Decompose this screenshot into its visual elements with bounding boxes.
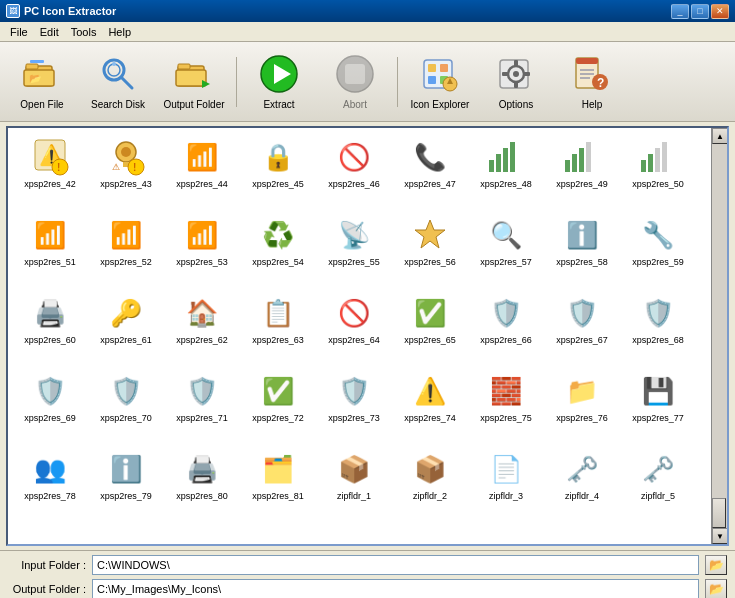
scroll-down-button[interactable]: ▼ xyxy=(712,528,728,544)
icon-item[interactable]: 🚫xpsp2res_46 xyxy=(316,132,392,210)
icon-item[interactable]: 📁xpsp2res_76 xyxy=(544,366,620,444)
extract-icon xyxy=(258,53,300,95)
icon-item[interactable]: xpsp2res_56 xyxy=(392,210,468,288)
icon-visual: 🖨️ xyxy=(30,293,70,333)
icon-item[interactable]: 🖨️xpsp2res_80 xyxy=(164,444,240,522)
menu-bar: File Edit Tools Help xyxy=(0,22,735,42)
icon-item[interactable]: ♻️xpsp2res_54 xyxy=(240,210,316,288)
open-file-icon: 📂 xyxy=(21,53,63,95)
icon-item[interactable]: ⚠️xpsp2res_74 xyxy=(392,366,468,444)
icon-item[interactable]: 🔧xpsp2res_59 xyxy=(620,210,696,288)
menu-edit[interactable]: Edit xyxy=(34,25,65,39)
icon-visual: 📦 xyxy=(410,449,450,489)
icon-visual: ℹ️ xyxy=(562,215,602,255)
icon-item[interactable]: 📶xpsp2res_44 xyxy=(164,132,240,210)
icon-visual: ✅ xyxy=(410,293,450,333)
icon-explorer-button[interactable]: Icon Explorer xyxy=(404,47,476,117)
icon-item[interactable]: ✅xpsp2res_72 xyxy=(240,366,316,444)
icon-label: xpsp2res_55 xyxy=(328,257,380,268)
icon-item[interactable]: 🏠xpsp2res_62 xyxy=(164,288,240,366)
icon-item[interactable]: 🔑xpsp2res_61 xyxy=(88,288,164,366)
minimize-button[interactable]: _ xyxy=(671,4,689,19)
icon-item[interactable]: 🖨️xpsp2res_60 xyxy=(12,288,88,366)
icon-item[interactable]: 📶xpsp2res_52 xyxy=(88,210,164,288)
svg-text:⚠: ⚠ xyxy=(112,162,120,172)
icon-item[interactable]: ⚠!xpsp2res_43 xyxy=(88,132,164,210)
icon-item[interactable]: 📄zipfldr_3 xyxy=(468,444,544,522)
icon-item[interactable]: ⚠️!xpsp2res_42 xyxy=(12,132,88,210)
menu-file[interactable]: File xyxy=(4,25,34,39)
menu-tools[interactable]: Tools xyxy=(65,25,103,39)
icon-item[interactable]: xpsp2res_50 xyxy=(620,132,696,210)
maximize-button[interactable]: □ xyxy=(691,4,709,19)
icon-item[interactable]: 🛡️xpsp2res_71 xyxy=(164,366,240,444)
abort-button[interactable]: Abort xyxy=(319,47,391,117)
svg-point-8 xyxy=(112,62,116,66)
icon-visual: 🛡️ xyxy=(562,293,602,333)
svg-rect-18 xyxy=(428,64,436,72)
icon-label: xpsp2res_45 xyxy=(252,179,304,190)
icon-item[interactable]: 📶xpsp2res_53 xyxy=(164,210,240,288)
scrollbar[interactable]: ▲ ▼ xyxy=(711,128,727,544)
output-browse-button[interactable]: 📂 xyxy=(705,579,727,598)
open-file-button[interactable]: 📂 Open File xyxy=(6,47,78,117)
help-button[interactable]: ? Help xyxy=(556,47,628,117)
svg-point-43 xyxy=(121,147,131,157)
icon-item[interactable]: xpsp2res_48 xyxy=(468,132,544,210)
icon-item[interactable]: 🛡️xpsp2res_73 xyxy=(316,366,392,444)
input-folder-field[interactable] xyxy=(92,555,699,575)
window-controls: _ □ ✕ xyxy=(671,4,729,19)
icon-item[interactable]: 📦zipfldr_1 xyxy=(316,444,392,522)
input-browse-button[interactable]: 📂 xyxy=(705,555,727,575)
icon-item[interactable]: 🧱xpsp2res_75 xyxy=(468,366,544,444)
output-folder-field[interactable] xyxy=(92,579,699,598)
extract-button[interactable]: Extract xyxy=(243,47,315,117)
icon-label: xpsp2res_49 xyxy=(556,179,608,190)
scroll-thumb[interactable] xyxy=(712,498,726,528)
icon-item[interactable]: 🛡️xpsp2res_69 xyxy=(12,366,88,444)
input-folder-row: Input Folder : 📂 xyxy=(8,555,727,575)
search-disk-button[interactable]: Search Disk xyxy=(82,47,154,117)
scroll-track xyxy=(712,144,727,528)
icon-item[interactable]: 🗂️xpsp2res_81 xyxy=(240,444,316,522)
icon-item[interactable]: 🔒xpsp2res_45 xyxy=(240,132,316,210)
icon-item[interactable]: 🗝️zipfldr_4 xyxy=(544,444,620,522)
svg-text:?: ? xyxy=(597,76,604,90)
icon-item[interactable]: 👥xpsp2res_78 xyxy=(12,444,88,522)
icon-item[interactable]: 🛡️xpsp2res_67 xyxy=(544,288,620,366)
icon-item[interactable]: 📦zipfldr_2 xyxy=(392,444,468,522)
icon-item[interactable]: 🔍xpsp2res_57 xyxy=(468,210,544,288)
icon-item[interactable]: xpsp2res_49 xyxy=(544,132,620,210)
icon-item[interactable]: 📞xpsp2res_47 xyxy=(392,132,468,210)
icon-item[interactable]: ℹ️xpsp2res_79 xyxy=(88,444,164,522)
menu-help[interactable]: Help xyxy=(102,25,137,39)
svg-rect-28 xyxy=(514,82,518,88)
icon-label: xpsp2res_53 xyxy=(176,257,228,268)
icon-visual: ✅ xyxy=(258,371,298,411)
icon-label: xpsp2res_62 xyxy=(176,335,228,346)
icon-label: xpsp2res_80 xyxy=(176,491,228,502)
close-button[interactable]: ✕ xyxy=(711,4,729,19)
icon-item[interactable]: 🛡️xpsp2res_66 xyxy=(468,288,544,366)
icon-label: xpsp2res_69 xyxy=(24,413,76,424)
svg-rect-19 xyxy=(440,64,448,72)
icon-explorer-icon xyxy=(419,53,461,95)
output-folder-button[interactable]: Output Folder xyxy=(158,47,230,117)
search-disk-icon xyxy=(97,53,139,95)
icon-item[interactable]: 📋xpsp2res_63 xyxy=(240,288,316,366)
icon-item[interactable]: ✅xpsp2res_65 xyxy=(392,288,468,366)
icon-item[interactable]: 🗝️zipfldr_5 xyxy=(620,444,696,522)
icon-item[interactable]: 📶xpsp2res_51 xyxy=(12,210,88,288)
icon-item[interactable]: 🛡️xpsp2res_68 xyxy=(620,288,696,366)
help-icon: ? xyxy=(571,53,613,95)
icon-label: xpsp2res_79 xyxy=(100,491,152,502)
icon-item[interactable]: 🚫xpsp2res_64 xyxy=(316,288,392,366)
icon-visual: ℹ️ xyxy=(106,449,146,489)
icon-item[interactable]: ℹ️xpsp2res_58 xyxy=(544,210,620,288)
options-button[interactable]: Options xyxy=(480,47,552,117)
scroll-up-button[interactable]: ▲ xyxy=(712,128,728,144)
icon-item[interactable]: 🛡️xpsp2res_70 xyxy=(88,366,164,444)
icon-item[interactable]: 💾xpsp2res_77 xyxy=(620,366,696,444)
icon-label: xpsp2res_73 xyxy=(328,413,380,424)
icon-item[interactable]: 📡xpsp2res_55 xyxy=(316,210,392,288)
